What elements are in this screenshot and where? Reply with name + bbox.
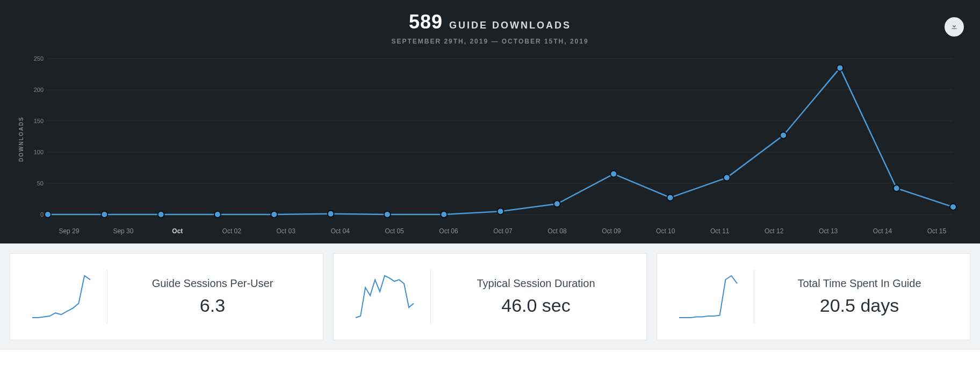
svg-point-14 <box>158 211 164 218</box>
svg-text:150: 150 <box>34 118 44 124</box>
metric-content: Guide Sessions Per-User 6.3 <box>113 277 312 316</box>
metric-content: Typical Session Duration 46.0 sec <box>436 277 636 316</box>
metric-label: Total Time Spent In Guide <box>760 277 959 290</box>
metric-content: Total Time Spent In Guide 20.5 days <box>760 277 959 316</box>
x-tick: Oct 03 <box>259 227 313 235</box>
svg-point-21 <box>554 200 560 207</box>
card-divider <box>430 270 431 324</box>
svg-text:100: 100 <box>34 149 44 155</box>
card-divider <box>107 270 107 324</box>
hero-header: 589 GUIDE DOWNLOADS SEPTEMBER 29TH, 2019… <box>16 11 964 45</box>
x-tick: Oct 08 <box>530 227 584 235</box>
metric-cards-row: Guide Sessions Per-User 6.3 Typical Sess… <box>0 243 980 350</box>
metric-value: 46.0 sec <box>436 295 636 316</box>
download-button[interactable] <box>945 17 964 37</box>
sparkline <box>344 273 425 321</box>
svg-point-25 <box>780 132 787 139</box>
x-tick: Oct 07 <box>476 227 530 235</box>
sparkline <box>21 273 102 321</box>
svg-point-13 <box>101 211 107 218</box>
svg-text:0: 0 <box>40 211 44 218</box>
x-tick: Oct 06 <box>422 227 476 235</box>
svg-point-28 <box>950 204 956 210</box>
metric-label: Typical Session Duration <box>436 277 636 290</box>
svg-point-12 <box>45 211 51 218</box>
x-tick: Sep 30 <box>96 227 150 235</box>
x-tick: Oct 12 <box>747 227 801 235</box>
x-tick: Oct 15 <box>910 227 964 235</box>
x-tick: Oct 05 <box>367 227 422 235</box>
total-downloads-label: GUIDE DOWNLOADS <box>449 20 571 31</box>
svg-point-22 <box>610 171 617 177</box>
svg-point-24 <box>724 175 730 181</box>
y-axis-label: DOWNLOADS <box>16 53 26 225</box>
hero-title: 589 GUIDE DOWNLOADS <box>409 11 571 33</box>
x-tick: Oct 04 <box>313 227 367 235</box>
svg-point-23 <box>667 195 673 201</box>
metric-card-total-time: Total Time Spent In Guide 20.5 days <box>657 253 970 340</box>
hero-panel: 589 GUIDE DOWNLOADS SEPTEMBER 29TH, 2019… <box>0 0 980 243</box>
line-chart-svg: 050100150200250 <box>26 53 964 225</box>
x-tick: Sep 29 <box>42 227 96 235</box>
x-tick: Oct 10 <box>638 227 693 235</box>
x-tick: Oct 02 <box>205 227 259 235</box>
main-chart: DOWNLOADS 050100150200250 <box>16 53 964 225</box>
x-tick: Oct <box>150 227 205 235</box>
svg-point-20 <box>498 208 504 214</box>
x-tick: Oct 14 <box>855 227 910 235</box>
metric-value: 6.3 <box>113 295 312 316</box>
date-range: SEPTEMBER 29TH, 2019 — OCTOBER 15TH, 201… <box>16 38 964 45</box>
metric-value: 20.5 days <box>760 295 959 316</box>
svg-point-26 <box>837 64 843 71</box>
svg-point-17 <box>328 211 334 217</box>
svg-point-27 <box>893 185 900 191</box>
metric-card-session-duration: Typical Session Duration 46.0 sec <box>333 253 647 340</box>
svg-point-16 <box>271 211 277 218</box>
svg-text:200: 200 <box>34 87 44 93</box>
svg-text:50: 50 <box>37 180 44 187</box>
x-tick: Oct 13 <box>801 227 855 235</box>
metric-label: Guide Sessions Per-User <box>113 277 312 290</box>
svg-point-15 <box>214 211 221 218</box>
x-tick: Oct 11 <box>693 227 747 235</box>
x-axis: Sep 29Sep 30OctOct 02Oct 03Oct 04Oct 05O… <box>42 227 964 238</box>
metric-card-sessions-per-user: Guide Sessions Per-User 6.3 <box>10 253 323 340</box>
total-downloads-value: 589 <box>409 11 443 33</box>
svg-text:250: 250 <box>34 55 44 62</box>
download-icon <box>950 22 959 32</box>
x-tick: Oct 09 <box>584 227 638 235</box>
svg-point-18 <box>384 211 391 218</box>
svg-point-19 <box>441 211 447 218</box>
card-divider <box>754 270 754 324</box>
sparkline <box>668 273 748 321</box>
